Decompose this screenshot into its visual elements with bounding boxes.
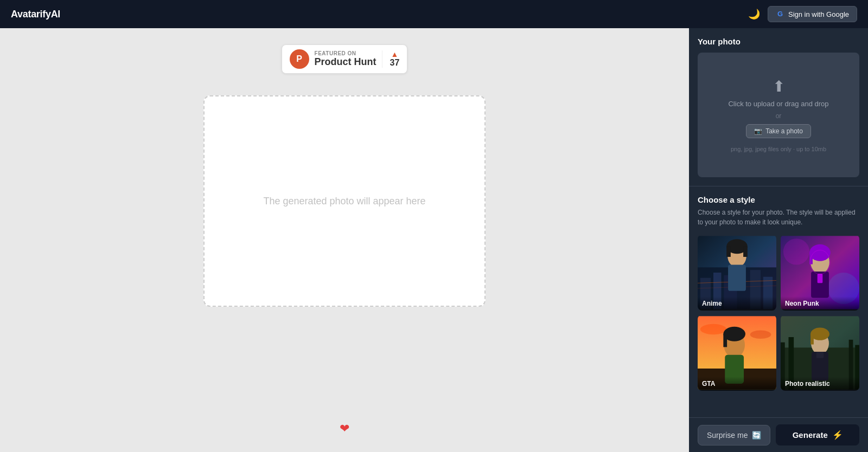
svg-point-24 bbox=[700, 324, 726, 334]
surprise-button[interactable]: Surprise me 🔄 bbox=[698, 425, 770, 445]
heart-container: ❤ bbox=[340, 422, 349, 436]
style-item-anime[interactable]: Anime bbox=[698, 235, 776, 311]
style-item-realistic[interactable]: Photo realistic bbox=[781, 315, 859, 391]
upload-area[interactable]: ⬆ Click to upload or drag and drop or 📷 … bbox=[698, 53, 859, 177]
style-item-gta[interactable]: GTA bbox=[698, 315, 776, 391]
upload-text: Click to upload or drag and drop bbox=[728, 100, 828, 108]
svg-point-15 bbox=[783, 238, 809, 264]
style-section: Choose a style Choose a style for your p… bbox=[689, 186, 868, 417]
navbar: AvatarifyAI 🌙 G Sign in with Google bbox=[0, 0, 868, 28]
upload-or-text: or bbox=[776, 112, 782, 120]
generate-button[interactable]: Generate ⚡ bbox=[776, 424, 859, 445]
product-hunt-title: Product Hunt bbox=[315, 56, 376, 68]
product-hunt-votes: ▲ 37 bbox=[382, 50, 400, 68]
navbar-right: 🌙 G Sign in with Google bbox=[748, 6, 857, 22]
svg-rect-39 bbox=[816, 352, 824, 358]
style-gta-label: GTA bbox=[698, 377, 776, 391]
svg-rect-30 bbox=[723, 334, 727, 347]
main-layout: P FEATURED ON Product Hunt ▲ 37 The gene… bbox=[0, 28, 868, 452]
your-photo-section: Your photo ⬆ Click to upload or drag and… bbox=[689, 28, 868, 186]
generated-placeholder-text: The generated photo will appear here bbox=[263, 196, 425, 207]
style-neon-punk-label: Neon Punk bbox=[781, 296, 859, 311]
style-description: Choose a style for your photo. The style… bbox=[698, 208, 859, 227]
style-grid: Anime bbox=[698, 235, 859, 391]
product-hunt-badge[interactable]: P FEATURED ON Product Hunt ▲ 37 bbox=[282, 44, 408, 74]
google-icon: G bbox=[776, 10, 784, 18]
app-brand: AvatarifyAI bbox=[11, 9, 60, 20]
file-hint-text: png, jpg, jpeg files only · up to 10mb bbox=[731, 146, 826, 152]
style-title: Choose a style bbox=[698, 195, 859, 204]
product-hunt-logo: P bbox=[290, 49, 309, 69]
svg-rect-12 bbox=[726, 247, 731, 257]
svg-rect-13 bbox=[743, 247, 748, 257]
style-item-neon-punk[interactable]: Neon Punk bbox=[781, 235, 859, 311]
camera-icon: 📷 bbox=[754, 127, 762, 135]
svg-rect-21 bbox=[818, 274, 823, 283]
sign-in-button[interactable]: G Sign in with Google bbox=[768, 6, 857, 22]
bolt-icon: ⚡ bbox=[832, 430, 843, 440]
svg-rect-41 bbox=[810, 334, 814, 344]
right-sidebar: Your photo ⬆ Click to upload or drag and… bbox=[689, 28, 868, 452]
upvote-arrow: ▲ bbox=[391, 50, 399, 58]
bottom-bar: Surprise me 🔄 Generate ⚡ bbox=[689, 417, 868, 452]
featured-label: FEATURED ON bbox=[315, 50, 376, 56]
heart-icon: ❤ bbox=[340, 422, 349, 435]
vote-count: 37 bbox=[390, 58, 400, 68]
product-hunt-text: FEATURED ON Product Hunt bbox=[315, 50, 376, 68]
upload-icon: ⬆ bbox=[773, 78, 785, 95]
svg-point-19 bbox=[809, 244, 831, 261]
svg-rect-10 bbox=[728, 265, 746, 291]
refresh-icon: 🔄 bbox=[752, 431, 761, 440]
generated-photo-area: The generated photo will appear here bbox=[203, 95, 486, 307]
style-realistic-label: Photo realistic bbox=[781, 377, 859, 391]
your-photo-title: Your photo bbox=[698, 37, 859, 46]
take-photo-button[interactable]: 📷 Take a photo bbox=[746, 124, 811, 138]
dark-mode-icon[interactable]: 🌙 bbox=[748, 8, 760, 20]
style-anime-label: Anime bbox=[698, 296, 776, 311]
center-area: P FEATURED ON Product Hunt ▲ 37 The gene… bbox=[0, 28, 689, 452]
svg-point-25 bbox=[750, 330, 771, 338]
